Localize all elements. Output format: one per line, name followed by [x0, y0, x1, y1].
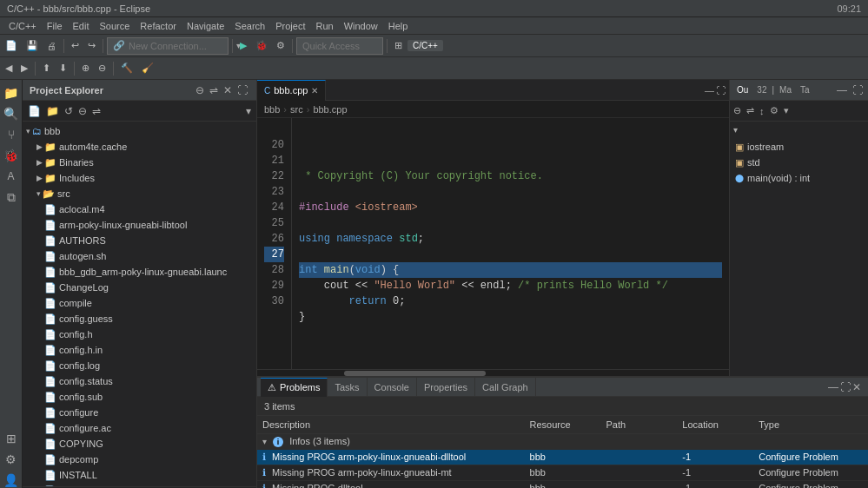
explorer-view-menu-btn[interactable]: ⛶ — [235, 84, 249, 96]
activity-search[interactable]: 🔍 — [2, 104, 21, 123]
problems-row-1[interactable]: ℹ Missing PROG arm-poky-linux-gnueabi-dl… — [257, 449, 868, 465]
activity-explorer[interactable]: 📁 — [2, 83, 21, 102]
problems-row-3[interactable]: ℹ Missing PROG dlltool bbb -1 Configure … — [257, 480, 868, 488]
breadcrumb-bbb[interactable]: bbb — [264, 104, 280, 115]
profile-btn[interactable]: ⚙ — [273, 38, 288, 53]
menu-cpp[interactable]: C/C++ — [3, 21, 42, 31]
tab-properties[interactable]: Properties — [417, 378, 475, 397]
activity-amazon[interactable]: A — [2, 167, 21, 186]
tree-item-authors[interactable]: ▶ 📄 AUTHORS — [23, 233, 256, 248]
outline-tab-ma[interactable]: Ma — [776, 85, 795, 95]
connection-input[interactable] — [129, 41, 233, 51]
activity-terminal[interactable]: ⊞ — [2, 429, 21, 448]
tree-item-configure[interactable]: ▶ 📄 configure — [23, 405, 256, 420]
outline-tab-ou[interactable]: Ou — [733, 85, 752, 95]
tree-item-depcomp[interactable]: ▶ 📄 depcomp — [23, 452, 256, 467]
run-btn[interactable]: ▶ — [236, 38, 250, 53]
outline-more-btn[interactable]: ▾ — [782, 104, 791, 117]
activity-debug[interactable]: 🐞 — [2, 146, 21, 165]
bottom-maximize-btn[interactable]: ⛶ — [840, 381, 851, 393]
outline-collapse-all[interactable]: ⊖ — [732, 104, 743, 117]
tree-item-src[interactable]: ▾ 📂 src — [23, 186, 256, 201]
bottom-minimize-btn[interactable]: — — [828, 381, 838, 393]
quick-access-input[interactable] — [302, 41, 372, 51]
editor-h-scrollbar[interactable] — [257, 369, 729, 376]
clean-btn[interactable]: 🧹 — [138, 61, 157, 76]
tab-close-bbb-cpp[interactable]: ✕ — [311, 86, 318, 96]
bottom-close-btn[interactable]: ✕ — [852, 381, 861, 393]
minimize-editor-btn[interactable]: — — [705, 85, 714, 96]
outline-sort-btn[interactable]: ↕ — [758, 105, 766, 117]
outline-minimize-btn[interactable]: — — [835, 84, 849, 96]
connection-input-box[interactable]: 🔗 ▾ — [107, 37, 229, 55]
activity-user[interactable]: 👤 — [2, 471, 21, 488]
collapse-all-btn[interactable]: ⊖ — [95, 61, 109, 76]
tree-item-changelog[interactable]: ▶ 📄 ChangeLog — [23, 280, 256, 295]
tree-item-install[interactable]: ▶ 📄 INSTALL — [23, 467, 256, 483]
cpp-perspective[interactable]: C/C++ — [407, 40, 443, 51]
tree-root-bbb[interactable]: ▾ 🗂 bbb — [23, 123, 256, 139]
build-btn[interactable]: 🔨 — [117, 61, 136, 76]
next-edit-btn[interactable]: ⬇ — [56, 61, 70, 76]
menu-navigate[interactable]: Navigate — [182, 21, 229, 31]
menu-help[interactable]: Help — [383, 21, 414, 31]
tab-problems[interactable]: ⚠ Problems — [261, 378, 328, 397]
tree-item-aclocal[interactable]: ▶ 📄 aclocal.m4 — [23, 201, 256, 217]
tab-tasks[interactable]: Tasks — [328, 378, 367, 397]
maximize-editor-btn[interactable]: ⛶ — [716, 85, 726, 96]
collapse-tree-btn[interactable]: ⊖ — [194, 84, 206, 96]
refresh-btn[interactable]: ↺ — [63, 105, 75, 117]
activity-settings[interactable]: ⚙ — [2, 450, 21, 469]
col-header-type[interactable]: Type — [753, 416, 868, 433]
tree-item-config-h[interactable]: ▶ 📄 config.h — [23, 326, 256, 342]
debug-btn[interactable]: 🐞 — [252, 38, 271, 53]
menu-window[interactable]: Window — [339, 21, 383, 31]
breadcrumb-src[interactable]: src — [290, 104, 303, 115]
menu-file[interactable]: File — [42, 21, 68, 31]
group-expand-icon[interactable]: ▾ — [262, 437, 267, 446]
tree-item-compile[interactable]: ▶ 📄 compile — [23, 295, 256, 311]
tree-item-libtool[interactable]: ▶ 📄 arm-poky-linux-gnueabi-libtool — [23, 217, 256, 233]
outline-tab-ta[interactable]: Ta — [797, 85, 813, 95]
perspective-btn[interactable]: ⊞ — [391, 38, 406, 53]
tree-item-autogen[interactable]: ▶ 📄 autogen.sh — [23, 248, 256, 264]
tree-item-copying[interactable]: ▶ 📄 COPYING — [23, 436, 256, 452]
new-file-btn[interactable]: 📄 — [2, 38, 21, 53]
explorer-toolbar-menu[interactable]: ▾ — [244, 105, 253, 117]
print-btn[interactable]: 🖨 — [43, 39, 60, 53]
tree-item-configure-ac[interactable]: ▶ 📄 configure.ac — [23, 420, 256, 436]
link-editor-btn[interactable]: ⇌ — [208, 84, 220, 96]
outline-expand-icon[interactable]: ▾ — [733, 125, 738, 135]
activity-git[interactable]: ⑂ — [2, 125, 21, 144]
activity-extensions[interactable]: ⧉ — [2, 188, 21, 207]
outline-item-main[interactable]: ⬤ main(void) : int — [732, 170, 866, 186]
outline-maximize-btn[interactable]: ⛶ — [851, 84, 865, 96]
editor-tab-bbb-cpp[interactable]: C bbb.cpp ✕ — [257, 80, 326, 101]
problems-group-row[interactable]: ▾ i Infos (3 items) — [257, 433, 868, 449]
outline-tab-32[interactable]: 32 — [753, 85, 770, 95]
save-btn[interactable]: 💾 — [23, 38, 42, 53]
tab-console[interactable]: Console — [368, 378, 417, 397]
tree-item-bbb-gdb[interactable]: ▶ 📄 bbb_gdb_arm-poky-linux-gnueabi.launc — [23, 264, 256, 280]
outline-filter-btn[interactable]: ⚙ — [768, 104, 780, 117]
expand-all-btn[interactable]: ⊕ — [78, 61, 93, 76]
menu-project[interactable]: Project — [270, 21, 310, 31]
col-header-description[interactable]: Description — [257, 416, 525, 433]
menu-edit[interactable]: Edit — [68, 21, 95, 31]
new-folder-btn[interactable]: 📁 — [44, 105, 61, 117]
explorer-menu-btn[interactable]: ✕ — [222, 84, 234, 96]
problems-row-2[interactable]: ℹ Missing PROG arm-poky-linux-gnueabi-mt… — [257, 465, 868, 480]
col-header-resource[interactable]: Resource — [525, 416, 601, 433]
tree-item-config-status[interactable]: ▶ 📄 config.status — [23, 373, 256, 389]
tree-item-binaries[interactable]: ▶ 📁 Binaries — [23, 155, 256, 170]
outline-link-editor[interactable]: ⇌ — [745, 104, 756, 117]
breadcrumb-bbb-cpp[interactable]: bbb.cpp — [313, 104, 347, 115]
tree-item-config-h-in[interactable]: ▶ 📄 config.h.in — [23, 342, 256, 358]
col-header-location[interactable]: Location — [677, 416, 753, 433]
tree-item-config-sub[interactable]: ▶ 📄 config.sub — [23, 389, 256, 405]
menu-run[interactable]: Run — [310, 21, 338, 31]
quick-access-box[interactable] — [296, 37, 383, 55]
tab-call-graph[interactable]: Call Graph — [475, 378, 536, 397]
tree-item-config-log[interactable]: ▶ 📄 config.log — [23, 358, 256, 373]
undo-btn[interactable]: ↩ — [68, 38, 83, 53]
